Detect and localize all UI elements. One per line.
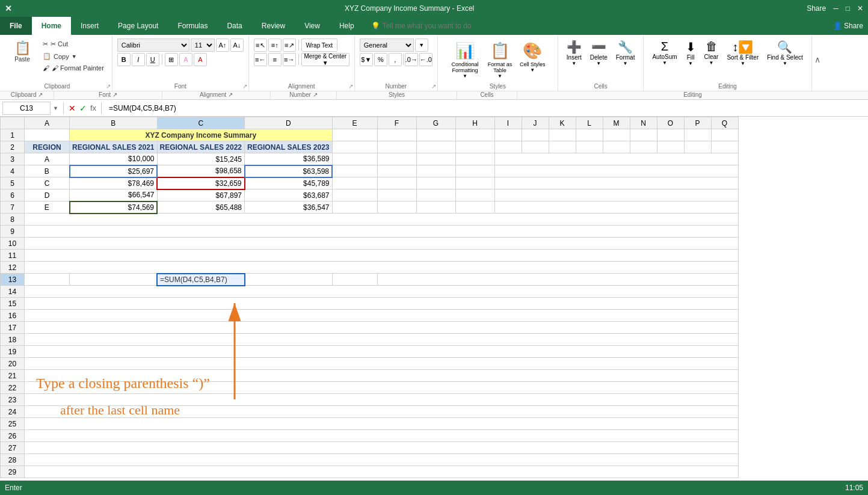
cell-c3[interactable]: $15,245 (157, 153, 245, 165)
cell-h1[interactable] (455, 129, 494, 141)
bold-button[interactable]: B (117, 53, 131, 66)
cell-e1[interactable] (332, 129, 377, 141)
cell-d6[interactable]: $63,687 (245, 189, 333, 201)
cell-g6[interactable] (416, 189, 455, 201)
font-size-select[interactable]: 11 10 12 14 (191, 38, 215, 52)
cell-c7[interactable]: $65,488 (157, 201, 245, 214)
name-box[interactable]: C13 (2, 102, 51, 115)
cell-i6[interactable] (494, 189, 738, 201)
row-header-26[interactable]: 26 (1, 430, 25, 442)
border-button[interactable]: ⊞ (165, 53, 178, 66)
cell-a5[interactable]: C (25, 177, 70, 189)
col-header-l[interactable]: L (576, 117, 603, 129)
cell-d2[interactable]: REGIONAL SALES 2023 (245, 141, 333, 153)
row-header-25[interactable]: 25 (1, 418, 25, 430)
formula-input[interactable]: =SUM(D4,C5,B4,B7) (106, 102, 866, 115)
cell-b13[interactable] (70, 274, 158, 286)
align-top-center-button[interactable]: ≡↑ (268, 38, 282, 52)
col-header-d[interactable]: D (245, 117, 333, 129)
number-expand-icon[interactable]: ↗ (431, 83, 436, 90)
close-button[interactable]: ✕ (857, 4, 863, 13)
name-box-expand[interactable]: ▼ (53, 105, 58, 111)
cell-b6[interactable]: $66,547 (70, 189, 158, 201)
sort-filter-button[interactable]: ↕🔽 Sort & Filter ▼ (723, 38, 762, 67)
cell-h3[interactable] (455, 153, 494, 165)
cell-c2[interactable]: REGIONAL SALES 2022 (157, 141, 245, 153)
cell-row14[interactable] (25, 286, 739, 298)
tab-file[interactable]: File (0, 17, 32, 35)
row-header-3[interactable]: 3 (1, 153, 25, 165)
cell-row22[interactable] (25, 382, 739, 394)
cell-row25[interactable] (25, 418, 739, 430)
tab-data[interactable]: Data (217, 17, 251, 35)
cell-f13[interactable] (377, 274, 738, 286)
cell-f1[interactable] (377, 129, 416, 141)
col-header-h[interactable]: H (455, 117, 494, 129)
tab-home[interactable]: Home (32, 17, 71, 35)
row-header-28[interactable]: 28 (1, 454, 25, 466)
italic-button[interactable]: I (132, 53, 145, 66)
cell-e13[interactable] (332, 274, 377, 286)
col-header-q[interactable]: Q (711, 117, 738, 129)
cell-row24[interactable] (25, 406, 739, 418)
cell-k2[interactable] (549, 141, 576, 153)
row-header-7[interactable]: 7 (1, 201, 25, 214)
col-header-o[interactable]: O (657, 117, 684, 129)
cell-o2[interactable] (657, 141, 684, 153)
autosum-button[interactable]: Σ AutoSum ▼ (648, 38, 680, 67)
col-header-e[interactable]: E (332, 117, 377, 129)
cell-i1[interactable] (494, 129, 522, 141)
row-header-18[interactable]: 18 (1, 334, 25, 346)
cell-e5[interactable] (332, 177, 377, 189)
align-center-button[interactable]: ≡ (268, 53, 282, 66)
col-header-a[interactable]: A (25, 117, 70, 129)
cell-f2[interactable] (377, 141, 416, 153)
cell-n2[interactable] (630, 141, 657, 153)
cell-row10[interactable] (25, 238, 739, 250)
row-header-17[interactable]: 17 (1, 322, 25, 334)
cell-c6[interactable]: $67,897 (157, 189, 245, 201)
decrease-decimal-button[interactable]: ←.0 (419, 53, 432, 66)
row-header-14[interactable]: 14 (1, 286, 25, 298)
cell-b2[interactable]: REGIONAL SALES 2021 (70, 141, 158, 153)
clear-button[interactable]: 🗑 Clear ▼ (701, 38, 722, 67)
restore-button[interactable]: □ (846, 4, 850, 13)
cell-h5[interactable] (455, 177, 494, 189)
underline-button[interactable]: U (146, 53, 159, 66)
cell-b1[interactable]: XYZ Company Income Summary (70, 129, 333, 141)
cell-b4[interactable]: $25,697 (70, 165, 158, 177)
delete-button[interactable]: ➖ Delete ▼ (586, 38, 611, 67)
row-header-5[interactable]: 5 (1, 177, 25, 189)
cell-row27[interactable] (25, 442, 739, 454)
cell-row19[interactable] (25, 346, 739, 358)
cell-a3[interactable]: A (25, 153, 70, 165)
cell-e4[interactable] (332, 165, 377, 177)
col-header-j[interactable]: J (522, 117, 549, 129)
cell-a6[interactable]: D (25, 189, 70, 201)
ribbon-collapse-button[interactable]: ∧ (814, 55, 820, 64)
cell-i3[interactable] (494, 153, 738, 165)
col-header-k[interactable]: K (549, 117, 576, 129)
copy-button[interactable]: 📋 Copy ▼ (40, 51, 107, 62)
insert-button[interactable]: ➕ Insert ▼ (563, 38, 585, 67)
cell-a4[interactable]: B (25, 165, 70, 177)
row-header-22[interactable]: 22 (1, 382, 25, 394)
col-header-i[interactable]: I (494, 117, 522, 129)
cell-row21[interactable] (25, 370, 739, 382)
cell-row17[interactable] (25, 322, 739, 334)
cell-m1[interactable] (603, 129, 630, 141)
cell-d5[interactable]: $45,789 (245, 177, 333, 189)
cell-row23[interactable] (25, 394, 739, 406)
row-header-19[interactable]: 19 (1, 346, 25, 358)
cell-k1[interactable] (549, 129, 576, 141)
minimize-button[interactable]: ─ (833, 4, 839, 13)
col-header-g[interactable]: G (416, 117, 455, 129)
col-header-p[interactable]: P (684, 117, 711, 129)
cell-row29[interactable] (25, 466, 739, 478)
row-header-1[interactable]: 1 (1, 129, 25, 141)
percent-button[interactable]: % (374, 53, 387, 66)
cell-g1[interactable] (416, 129, 455, 141)
increase-font-button[interactable]: A↑ (216, 38, 229, 52)
cell-h7[interactable] (455, 201, 494, 214)
fill-button[interactable]: ⬇ Fill ▼ (682, 38, 700, 67)
